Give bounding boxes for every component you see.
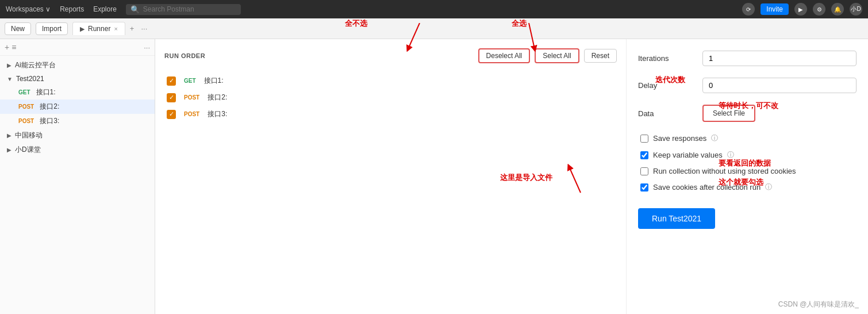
run-collection-button[interactable]: Run Test2021 (638, 208, 715, 229)
nav-reports[interactable]: Reports (60, 5, 84, 13)
endpoint-label: 接口3: (40, 116, 59, 126)
runner-tab-icon: ▶ (80, 25, 85, 33)
search-icon: 🔍 (130, 5, 140, 14)
delay-label: Delay (638, 81, 696, 90)
chevron-icon: ▶ (7, 147, 11, 153)
keep-variable-row: Keep variable values ⓘ (638, 150, 857, 160)
sidebar: + ≡ ··· ▶ Ai能云控平台 ▼ Test2021 GET 接口1: (0, 39, 155, 314)
run-without-cookies-checkbox[interactable] (640, 167, 648, 175)
sidebar-item-post2[interactable]: POST 接口2: (0, 99, 155, 114)
import-button[interactable]: Import (36, 22, 68, 35)
run-order-header: RUN ORDER Deselect All Select All Reset (164, 48, 617, 63)
request-row-1: GET 接口1: (164, 72, 617, 89)
info-icon-save[interactable]: ⓘ (711, 133, 718, 143)
sidebar-item-china-mobile[interactable]: ▶ 中国移动 (0, 128, 155, 143)
sidebar-toolbar: + ≡ ··· (0, 39, 155, 56)
folder-label: Ai能云控平台 (15, 60, 56, 70)
run-without-cookies-row: Run collection without using stored cook… (638, 167, 857, 175)
content-area: RUN ORDER Deselect All Select All Reset … (155, 39, 868, 314)
folder-label: 小D课堂 (15, 145, 41, 155)
data-label: Data (638, 109, 696, 118)
settings-icon[interactable]: ⚙ (813, 3, 825, 16)
method-badge-post: POST (16, 117, 36, 125)
user-avatar[interactable]: 小D (850, 3, 862, 16)
footer-credit: CSDN @人间有味是清欢_ (778, 300, 859, 309)
method-post: POST (182, 94, 202, 101)
method-get: GET (182, 77, 198, 85)
info-icon-cookies[interactable]: ⓘ (765, 182, 772, 192)
save-cookies-checkbox[interactable] (640, 183, 648, 192)
delay-input[interactable] (702, 78, 857, 93)
select-file-button[interactable]: Select File (702, 105, 755, 122)
select-all-button[interactable]: Select All (535, 48, 579, 63)
runner-tab[interactable]: ▶ Runner × (72, 22, 125, 35)
save-responses-row: Save responses ⓘ (638, 133, 857, 143)
run-order-section: RUN ORDER Deselect All Select All Reset … (155, 39, 627, 314)
nav-explore[interactable]: Explore (93, 5, 117, 13)
chevron-icon: ▶ (7, 62, 11, 68)
checkbox-post3[interactable] (167, 110, 176, 119)
second-nav: New Import ▶ Runner × + ··· (0, 18, 868, 39)
search-bar: 🔍 (126, 4, 241, 15)
sidebar-item-ai[interactable]: ▶ Ai能云控平台 (0, 58, 155, 72)
sidebar-more-icon[interactable]: ··· (144, 43, 150, 52)
chevron-icon: ▶ (7, 132, 11, 139)
tab-more-button[interactable]: ··· (139, 24, 149, 33)
sidebar-item-test2021[interactable]: ▼ Test2021 (0, 72, 155, 85)
chevron-icon: ▼ (7, 76, 13, 82)
run-order-actions: Deselect All Select All Reset (478, 48, 617, 63)
checkbox-post2[interactable] (167, 93, 176, 102)
iterations-row: Iterations (638, 51, 857, 66)
delay-row: Delay (638, 78, 857, 93)
iterations-label: Iterations (638, 54, 696, 63)
top-nav: Workspaces ∨ Reports Explore 🔍 ⟳ Invite … (0, 0, 868, 18)
invite-button[interactable]: Invite (761, 3, 789, 15)
run-without-cookies-label: Run collection without using stored cook… (653, 167, 796, 175)
method-badge-post: POST (16, 103, 36, 110)
runner-tab-close[interactable]: × (114, 25, 117, 32)
sidebar-item-get1[interactable]: GET 接口1: (0, 85, 155, 99)
reset-button[interactable]: Reset (584, 49, 617, 63)
keep-variable-label: Keep variable values (653, 151, 723, 159)
new-button[interactable]: New (5, 22, 31, 35)
runner-tab-label: Runner (88, 25, 110, 33)
synced-icon[interactable]: ⟳ (742, 3, 755, 16)
checkbox-get1[interactable] (167, 76, 176, 86)
runner-icon[interactable]: ▶ (794, 3, 807, 16)
run-order-title: RUN ORDER (164, 52, 205, 59)
page-wrapper: Workspaces ∨ Reports Explore 🔍 ⟳ Invite … (0, 0, 868, 314)
save-responses-label: Save responses (653, 134, 706, 143)
deselect-all-button[interactable]: Deselect All (478, 48, 531, 63)
nav-workspaces[interactable]: Workspaces ∨ (6, 5, 51, 13)
sidebar-filter-icon[interactable]: ≡ (11, 43, 16, 52)
save-responses-checkbox[interactable] (640, 135, 648, 143)
tab-area: ▶ Runner × + ··· (72, 22, 863, 35)
endpoint-label: 接口1: (36, 87, 56, 97)
data-row: Data Select File (638, 105, 857, 122)
request-row-2: POST 接口2: (164, 89, 617, 106)
sidebar-item-post3[interactable]: POST 接口3: (0, 114, 155, 128)
runner-panel: RUN ORDER Deselect All Select All Reset … (155, 39, 868, 314)
folder-label: Test2021 (16, 75, 44, 83)
save-cookies-row: Save cookies after collection run ⓘ (638, 182, 857, 192)
search-input[interactable] (143, 5, 224, 13)
new-tab-button[interactable]: + (128, 24, 137, 33)
endpoint-label: 接口2: (208, 93, 227, 102)
nav-right: ⟳ Invite ▶ ⚙ 🔔 小D (742, 3, 862, 16)
endpoint-label: 接口3: (208, 109, 227, 119)
sidebar-add-icon[interactable]: + (5, 43, 9, 52)
keep-variable-checkbox[interactable] (640, 151, 648, 159)
endpoint-label: 接口2: (40, 102, 59, 112)
settings-section: Iterations Delay Data Select File Save r… (627, 39, 868, 314)
folder-label: 中国移动 (15, 131, 43, 140)
info-icon-keep[interactable]: ⓘ (727, 150, 734, 160)
sidebar-item-xiaod[interactable]: ▶ 小D课堂 (0, 143, 155, 157)
sidebar-tree: ▶ Ai能云控平台 ▼ Test2021 GET 接口1: POST 接口2: … (0, 56, 155, 314)
endpoint-label: 接口1: (204, 76, 224, 86)
notification-icon[interactable]: 🔔 (831, 3, 844, 16)
iterations-input[interactable] (702, 51, 857, 66)
method-post: POST (182, 110, 202, 118)
request-row-3: POST 接口3: (164, 106, 617, 122)
method-badge-get: GET (16, 89, 33, 96)
main-layout: + ≡ ··· ▶ Ai能云控平台 ▼ Test2021 GET 接口1: (0, 39, 868, 314)
